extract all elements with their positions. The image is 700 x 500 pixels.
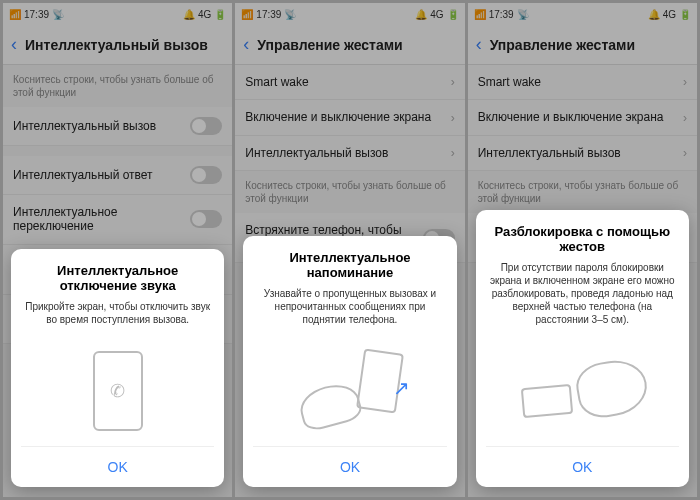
pickup-phone-icon: ↗ xyxy=(280,346,420,436)
dialog-illustration xyxy=(486,336,679,446)
dialog-description: Узнавайте о пропущенных вызовах и непроч… xyxy=(253,287,446,326)
palm-unlock-icon xyxy=(507,346,657,436)
phone-screen: 📶17:39📡🔔4G🔋‹Управление жестамиSmart wake… xyxy=(235,3,464,497)
info-dialog: Интеллектуальное напоминаниеУзнавайте о … xyxy=(243,236,456,487)
dialog-title: Разблокировка с помощью жестов xyxy=(486,224,679,255)
ok-button[interactable]: OK xyxy=(486,446,679,487)
phone-screen: 📶17:39📡🔔4G🔋‹Интеллектуальный вызовКоснит… xyxy=(3,3,232,497)
info-dialog: Разблокировка с помощью жестовПри отсутс… xyxy=(476,210,689,487)
phone-mute-icon xyxy=(93,351,143,431)
dialog-description: При отсутствии пароля блокировки экрана … xyxy=(486,261,679,326)
dialog-title: Интеллектуальное отключение звука xyxy=(21,263,214,294)
dialog-title: Интеллектуальное напоминание xyxy=(253,250,446,281)
info-dialog: Интеллектуальное отключение звукаПрикрой… xyxy=(11,249,224,487)
ok-button[interactable]: OK xyxy=(253,446,446,487)
dialog-description: Прикройте экран, чтобы отключить звук во… xyxy=(21,300,214,326)
dialog-illustration: ↗ xyxy=(253,336,446,446)
dialog-illustration xyxy=(21,336,214,446)
ok-button[interactable]: OK xyxy=(21,446,214,487)
phone-screen: 📶17:39📡🔔4G🔋‹Управление жестамиSmart wake… xyxy=(468,3,697,497)
